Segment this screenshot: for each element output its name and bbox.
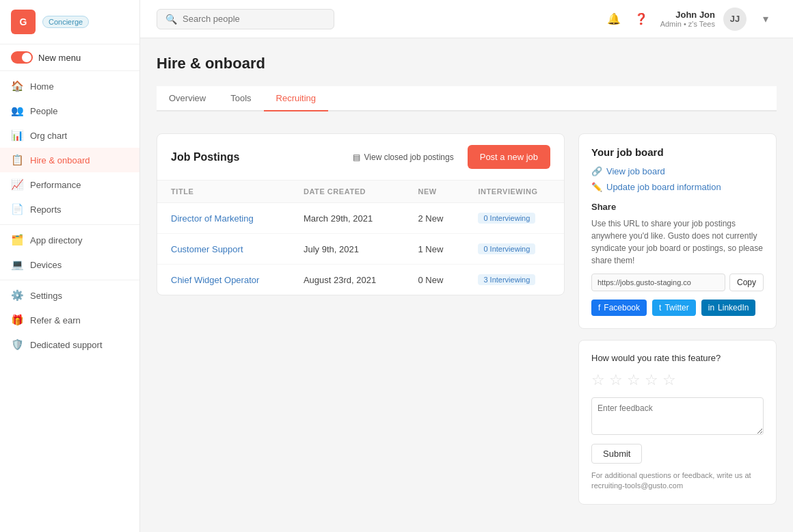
performance-icon: 📈 xyxy=(11,178,23,191)
concierge-badge: Concierge xyxy=(42,16,89,28)
share-url-input[interactable] xyxy=(591,274,725,291)
view-job-board-link[interactable]: 🔗 View job board xyxy=(591,166,764,176)
user-role: Admin xyxy=(660,20,682,28)
view-closed-button[interactable]: ▤ View closed job postings xyxy=(347,150,459,165)
sidebar-item-dedicated-support[interactable]: 🛡️ Dedicated support xyxy=(0,332,139,357)
col-header-interviewing: Interviewing xyxy=(464,181,564,203)
topbar-icons: 🔔 ❓ xyxy=(603,8,652,30)
sidebar-main-nav: 🏠 Home 👥 People 📊 Org chart 📋 Hire & onb… xyxy=(0,71,139,360)
chevron-down-icon[interactable]: ▾ xyxy=(755,8,777,30)
table-row: Chief Widget Operator August 23rd, 2021 … xyxy=(157,265,564,295)
sidebar-item-reports[interactable]: 📄 Reports xyxy=(0,197,139,222)
help-icon[interactable]: ❓ xyxy=(630,8,652,30)
job-board-card: Your job board 🔗 View job board ✏️ Updat… xyxy=(578,133,777,329)
col-header-new: New xyxy=(404,181,464,203)
sidebar-item-devices[interactable]: 💻 Devices xyxy=(0,252,139,277)
rating-card: How would you rate this feature? ☆ ☆ ☆ ☆… xyxy=(578,340,777,505)
sidebar-item-label: Performance xyxy=(30,180,81,190)
tab-tools[interactable]: Tools xyxy=(218,86,263,111)
search-input[interactable] xyxy=(183,14,325,24)
job-new-cell: 2 New xyxy=(404,203,464,234)
sidebar-divider-2 xyxy=(0,280,139,280)
edit-icon: ✏️ xyxy=(591,182,602,192)
topbar-right: 🔔 ❓ John Jon Admin • z's Tees JJ ▾ xyxy=(603,8,777,31)
linkedin-button[interactable]: in LinkedIn xyxy=(701,300,756,316)
job-title-cell: Customer Support xyxy=(157,234,290,265)
logo-icon: G xyxy=(11,10,36,34)
new-menu-toggle[interactable]: New menu xyxy=(0,44,139,71)
star-5[interactable]: ☆ xyxy=(662,371,676,389)
sidebar-item-refer-earn[interactable]: 🎁 Refer & earn xyxy=(0,308,139,332)
sidebar-item-label: Dedicated support xyxy=(30,340,103,350)
sidebar: G Concierge New menu 🏠 Home 👥 People 📊 O… xyxy=(0,0,140,532)
sidebar-item-settings[interactable]: ⚙️ Settings xyxy=(0,283,139,308)
sidebar-item-label: Org chart xyxy=(30,131,67,141)
topbar: 🔍 🔔 ❓ John Jon Admin • z's Tees JJ ▾ xyxy=(140,0,793,38)
sidebar-item-home[interactable]: 🏠 Home xyxy=(0,74,139,98)
sidebar-item-label: Reports xyxy=(30,204,62,215)
job-interviewing-cell: 0 Interviewing xyxy=(464,234,564,265)
avatar: JJ xyxy=(723,8,747,31)
feedback-textarea[interactable] xyxy=(591,397,764,435)
sidebar-item-label: Hire & onboard xyxy=(30,155,90,165)
support-icon: 🛡️ xyxy=(11,338,23,351)
post-new-job-button[interactable]: Post a new job xyxy=(468,145,550,169)
job-title-link[interactable]: Chief Widget Operator xyxy=(171,275,259,285)
table-icon: ▤ xyxy=(353,152,360,162)
col-header-title: Title xyxy=(157,181,290,203)
job-title-cell: Director of Marketing xyxy=(157,203,290,234)
copy-button[interactable]: Copy xyxy=(729,274,764,291)
job-date-cell: July 9th, 2021 xyxy=(290,234,404,265)
job-postings-table: Title Date created New Interviewing Dire… xyxy=(157,181,564,295)
user-meta: Admin • z's Tees xyxy=(660,20,715,28)
star-4[interactable]: ☆ xyxy=(645,371,658,389)
sidebar-logo: G Concierge xyxy=(0,0,139,44)
search-icon: 🔍 xyxy=(165,14,177,25)
rating-question: How would you rate this feature? xyxy=(591,353,764,363)
sidebar-item-people[interactable]: 👥 People xyxy=(0,98,139,123)
jp-title: Job Postings xyxy=(171,151,239,163)
toggle-knob xyxy=(22,53,31,62)
table-row: Director of Marketing March 29th, 2021 2… xyxy=(157,203,564,234)
submit-button[interactable]: Submit xyxy=(591,444,642,464)
update-job-board-link[interactable]: ✏️ Update job board information xyxy=(591,182,764,192)
sidebar-divider xyxy=(0,224,139,225)
search-bar[interactable]: 🔍 xyxy=(157,9,334,29)
toggle-switch xyxy=(11,51,33,64)
share-url-row: Copy xyxy=(591,274,764,291)
content-area: Hire & onboard Overview Tools Recruiting… xyxy=(140,38,793,532)
reports-icon: 📄 xyxy=(11,203,23,215)
linkedin-icon: in xyxy=(708,303,714,312)
job-date-cell: March 29th, 2021 xyxy=(290,203,404,234)
notification-icon[interactable]: 🔔 xyxy=(603,8,625,30)
external-link-icon: 🔗 xyxy=(591,166,602,176)
job-title-cell: Chief Widget Operator xyxy=(157,265,290,295)
facebook-button[interactable]: f Facebook xyxy=(591,300,647,316)
status-badge: 0 Interviewing xyxy=(478,213,535,224)
chart-icon: 📊 xyxy=(11,129,23,142)
job-date-cell: August 23rd, 2021 xyxy=(290,265,404,295)
star-1[interactable]: ☆ xyxy=(591,371,605,389)
job-title-link[interactable]: Customer Support xyxy=(171,244,243,254)
devices-icon: 💻 xyxy=(11,258,23,271)
tab-recruiting[interactable]: Recruiting xyxy=(264,86,329,111)
share-section: Share Use this URL to share your job pos… xyxy=(591,202,764,316)
job-title-link[interactable]: Director of Marketing xyxy=(171,213,254,224)
main-area: 🔍 🔔 ❓ John Jon Admin • z's Tees JJ ▾ Hir… xyxy=(140,0,793,532)
status-badge: 3 Interviewing xyxy=(478,274,535,285)
tab-overview[interactable]: Overview xyxy=(157,86,218,111)
sidebar-item-performance[interactable]: 📈 Performance xyxy=(0,172,139,197)
table-row: Customer Support July 9th, 2021 1 New 0 … xyxy=(157,234,564,265)
settings-icon: ⚙️ xyxy=(11,289,23,302)
star-3[interactable]: ☆ xyxy=(627,371,641,389)
sidebar-item-app-directory[interactable]: 🗂️ App directory xyxy=(0,228,139,252)
job-interviewing-cell: 0 Interviewing xyxy=(464,203,564,234)
job-interviewing-cell: 3 Interviewing xyxy=(464,265,564,295)
sidebar-item-hire-onboard[interactable]: 📋 Hire & onboard xyxy=(0,148,139,172)
tabs-bar: Overview Tools Recruiting xyxy=(157,86,777,111)
col-header-date: Date created xyxy=(290,181,404,203)
twitter-button[interactable]: t Twitter xyxy=(652,300,696,316)
sidebar-item-org-chart[interactable]: 📊 Org chart xyxy=(0,123,139,148)
job-board-title: Your job board xyxy=(591,146,764,158)
star-2[interactable]: ☆ xyxy=(609,371,623,389)
